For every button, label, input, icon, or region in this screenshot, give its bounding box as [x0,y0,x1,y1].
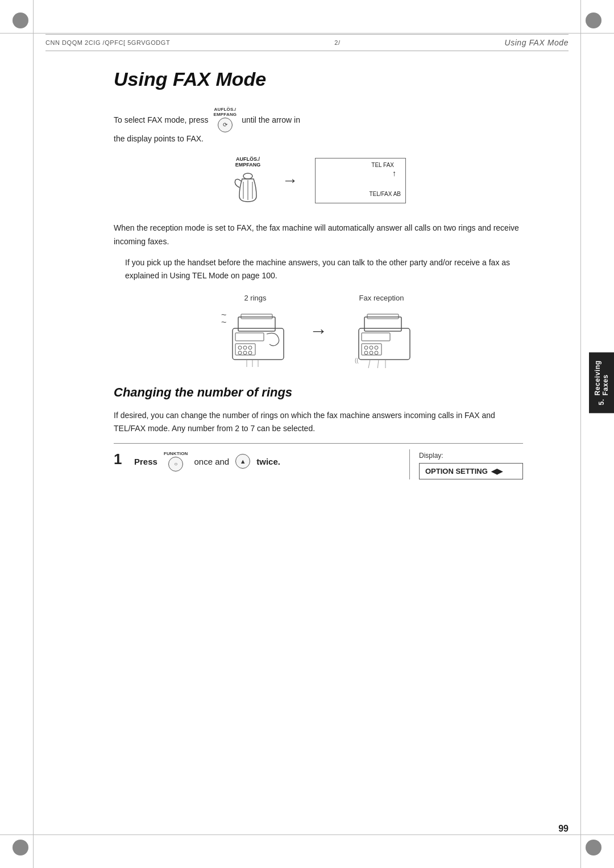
svg-point-0 [243,173,252,179]
step1-display-label: Display: [419,452,523,460]
side-tab-number: 5. [598,399,605,405]
svg-rect-8 [241,314,272,319]
step1-left: 1 Press FUNKTION ○ once and ▲ [114,449,398,479]
header-right-text: Using FAX Mode [505,38,569,47]
intro-line1-prefix: To select FAX mode, press [114,112,209,128]
step1-display-box: OPTION SETTING ◀▶ [419,463,523,479]
fax-machine-right-group: Fax reception [345,294,418,368]
intro-line1-suffix: until the arrow in [242,112,300,128]
svg-point-26 [370,351,373,354]
auflos-label-bottom: EMPFANG [214,112,237,118]
para2: If you pick up the handset before the ma… [125,256,523,282]
fax-display-arrow-up: ↑ [392,169,396,178]
step1-number: 1 [114,452,127,466]
svg-rect-20 [362,333,390,341]
page-title: Using FAX Mode [114,68,569,90]
intro-text-block: To select FAX mode, press AUFLÖS./ EMPFA… [114,107,523,145]
svg-rect-19 [367,314,399,319]
tel-fax-ab-label: TEL/FAX AB [369,191,401,197]
hand-auflos-label: AUFLÖS./EMPFANG [235,157,261,168]
svg-point-15 [243,351,247,354]
nav-button-circle[interactable]: ▲ [235,454,250,469]
fax-machines-diagram: 2 rings ~ ~ [114,294,523,368]
fax-machines-arrow: → [309,320,327,341]
svg-point-16 [248,351,252,354]
step1-press-label: Press [134,454,157,469]
fax-machine-right-svg: (( [345,306,418,368]
fax-machine-left-svg: ~ ~ [218,306,292,368]
hand-button-group: AUFLÖS./EMPFANG [231,157,265,205]
svg-point-22 [364,346,368,349]
header-page-num: 2/ [334,39,340,46]
fax-right-label: Fax reception [359,294,404,302]
funktion-button-icon[interactable]: FUNKTION ○ [164,452,188,471]
auflos-empfang-button-icon[interactable]: AUFLÖS./ EMPFANG ⟳ [214,107,237,132]
fax-display-box: TEL FAX ↑ TEL/FAX AB [315,158,406,203]
page-header: CNN DQQM 2CIG /QPFC[ 5GRVGODGT 2/ Using … [45,34,569,51]
fax-left-label: 2 rings [244,294,266,302]
svg-point-23 [370,346,373,349]
hand-button-icon: AUFLÖS./EMPFANG [231,157,265,205]
svg-rect-18 [364,317,401,331]
svg-point-13 [248,346,252,349]
intro-line2: the display points to FAX. [114,134,204,143]
step1-once-and: once and [194,454,229,469]
section-para: If desired, you can change the number of… [114,409,523,435]
step1-display-text: OPTION SETTING [425,467,488,475]
svg-rect-9 [235,333,264,341]
hand-svg [231,168,265,205]
svg-point-27 [375,351,378,354]
svg-point-25 [364,351,368,354]
auflos-button-circle[interactable]: ⟳ [218,118,233,132]
funktion-label: FUNKTION [164,452,188,457]
svg-point-12 [243,346,247,349]
svg-point-24 [375,346,378,349]
diagram-arrow: → [282,172,298,190]
step1-display-arrows: ◀▶ [491,467,503,475]
nav-up-button-icon[interactable]: ▲ [235,454,250,469]
fax-machine-left-group: 2 rings ~ ~ [218,294,292,368]
svg-text:((: (( [355,357,359,364]
step1-text: Press FUNKTION ○ once and ▲ twice. [134,452,280,471]
svg-text:~: ~ [221,310,226,320]
step1-right: Display: OPTION SETTING ◀▶ [409,449,523,479]
tel-fax-label: TEL FAX [371,162,394,168]
svg-rect-7 [238,317,275,331]
side-tab-text: ReceivingFaxes [594,360,609,395]
svg-point-14 [238,351,242,354]
step1-twice-label: twice. [256,454,280,469]
header-left-text: CNN DQQM 2CIG /QPFC[ 5GRVGODGT [45,39,170,46]
page-number: 99 [558,824,569,834]
funktion-button-circle[interactable]: ○ [168,457,183,471]
section-title: Changing the number of rings [114,385,523,400]
side-tab: 5. ReceivingFaxes [589,352,614,413]
fax-mode-diagram: AUFLÖS./EMPFANG [114,157,523,205]
para1: When the reception mode is set to FAX, t… [114,222,523,248]
svg-point-11 [238,346,242,349]
step1-area: 1 Press FUNKTION ○ once and ▲ [114,443,523,479]
